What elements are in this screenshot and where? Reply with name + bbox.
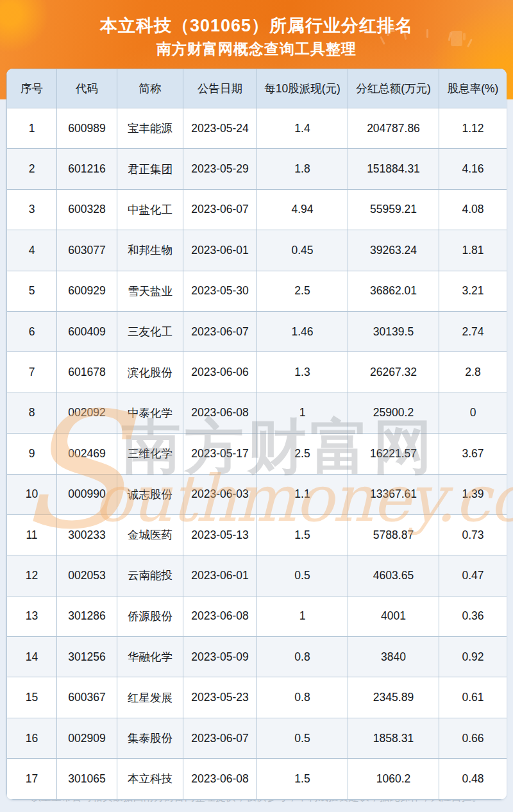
table-cell: 诚志股份: [117, 474, 183, 514]
table-cell: 本立科技: [117, 759, 183, 799]
table-cell: 13: [7, 596, 57, 636]
table-cell: 000990: [57, 474, 117, 514]
table-cell: 0.36: [439, 596, 507, 636]
table-cell: 300233: [57, 514, 117, 555]
table-cell: 1858.31: [348, 718, 439, 758]
column-header: 每10股派现(元): [257, 69, 348, 108]
table-cell: 集泰股份: [117, 718, 183, 758]
table-row: 6600409三友化工2023-06-071.4630139.52.74: [7, 311, 507, 351]
table-body: 1600989宝丰能源2023-05-241.4204787.861.12260…: [7, 108, 507, 800]
table-cell: 2023-06-06: [183, 352, 257, 393]
table-cell: 0.61: [439, 677, 507, 718]
table-cell: 13367.61: [348, 474, 439, 514]
table-cell: 3: [7, 189, 57, 230]
table-cell: 0.8: [257, 637, 348, 677]
table-cell: 红星发展: [117, 677, 183, 718]
table-cell: 2.5: [257, 271, 348, 311]
table-cell: 1.1: [257, 474, 348, 514]
table-cell: 2023-06-08: [183, 596, 257, 636]
table-cell: 600367: [57, 677, 117, 718]
table-cell: 2023-05-13: [183, 514, 257, 555]
table-cell: 雪天盐业: [117, 271, 183, 311]
table-row: 15600367红星发展2023-05-230.82345.890.61: [7, 677, 507, 718]
table-cell: 2023-05-24: [183, 108, 257, 149]
table-row: 10000990诚志股份2023-06-031.113367.611.39: [7, 474, 507, 514]
table-cell: 1.12: [439, 108, 507, 149]
table-cell: 7: [7, 352, 57, 393]
table-row: 3600328中盐化工2023-06-074.9455959.214.08: [7, 189, 507, 230]
table-row: 9002469三维化学2023-05-172.516221.573.67: [7, 434, 507, 474]
table-cell: 4: [7, 230, 57, 271]
table-cell: 1.4: [257, 108, 348, 149]
column-header: 分红总额(万元): [348, 69, 439, 108]
table-row: 16002909集泰股份2023-06-070.51858.310.66: [7, 718, 507, 758]
table-cell: 55959.21: [348, 189, 439, 230]
table-cell: 601216: [57, 149, 117, 189]
table-cell: 侨源股份: [117, 596, 183, 636]
table-cell: 10: [7, 474, 57, 514]
table-cell: 2023-05-23: [183, 677, 257, 718]
table-cell: 0.66: [439, 718, 507, 758]
table-cell: 2.8: [439, 352, 507, 393]
column-header: 代码: [57, 69, 117, 108]
table-cell: 2023-05-30: [183, 271, 257, 311]
table-cell: 0: [439, 393, 507, 433]
table-cell: 603077: [57, 230, 117, 271]
table-cell: 2345.89: [348, 677, 439, 718]
table-cell: 5: [7, 271, 57, 311]
table-cell: 14: [7, 637, 57, 677]
table-cell: 301286: [57, 596, 117, 636]
table-cell: 39263.24: [348, 230, 439, 271]
table-header-row: 序号代码简称公告日期每10股派现(元)分红总额(万元)股息率(%): [7, 69, 507, 108]
table-cell: 4603.65: [348, 555, 439, 596]
table-cell: 8: [7, 393, 57, 433]
table-cell: 600989: [57, 108, 117, 149]
table-cell: 2: [7, 149, 57, 189]
table-row: 11300233金城医药2023-05-131.55788.870.73: [7, 514, 507, 555]
table-cell: 2023-06-01: [183, 555, 257, 596]
table-cell: 15: [7, 677, 57, 718]
table-cell: 3840: [348, 637, 439, 677]
table-cell: 云南能投: [117, 555, 183, 596]
table-cell: 1060.2: [348, 759, 439, 799]
table-cell: 0.47: [439, 555, 507, 596]
table-row: 8002092中泰化学2023-06-08125900.20: [7, 393, 507, 433]
dividend-table-card: 序号代码简称公告日期每10股派现(元)分红总额(万元)股息率(%) 160098…: [6, 69, 507, 800]
table-cell: 204787.86: [348, 108, 439, 149]
table-cell: 1.3: [257, 352, 348, 393]
table-cell: 002909: [57, 718, 117, 758]
table-cell: 0.73: [439, 514, 507, 555]
table-cell: 1.5: [257, 759, 348, 799]
table-cell: 2023-06-01: [183, 230, 257, 271]
table-cell: 12: [7, 555, 57, 596]
table-cell: 4.94: [257, 189, 348, 230]
table-cell: 1: [7, 108, 57, 149]
table-cell: 2023-06-07: [183, 311, 257, 351]
table-cell: 0.8: [257, 677, 348, 718]
table-row: 12002053云南能投2023-06-010.54603.650.47: [7, 555, 507, 596]
table-cell: 2.5: [257, 434, 348, 474]
table-row: 5600929雪天盐业2023-05-302.536862.013.21: [7, 271, 507, 311]
table-cell: 0.48: [439, 759, 507, 799]
table-cell: 滨化股份: [117, 352, 183, 393]
page-title: 本立科技（301065）所属行业分红排名: [0, 15, 513, 36]
table-cell: 2023-06-07: [183, 718, 257, 758]
table-cell: 301256: [57, 637, 117, 677]
table-cell: 151884.31: [348, 149, 439, 189]
table-cell: 2023-06-03: [183, 474, 257, 514]
table-cell: 11: [7, 514, 57, 555]
table-cell: 2.74: [439, 311, 507, 351]
table-row: 1600989宝丰能源2023-05-241.4204787.861.12: [7, 108, 507, 149]
table-cell: 3.67: [439, 434, 507, 474]
table-cell: 4001: [348, 596, 439, 636]
table-cell: 0.92: [439, 637, 507, 677]
table-cell: 30139.5: [348, 311, 439, 351]
table-cell: 1.39: [439, 474, 507, 514]
table-cell: 16221.57: [348, 434, 439, 474]
table-cell: 5788.87: [348, 514, 439, 555]
table-cell: 中泰化学: [117, 393, 183, 433]
table-cell: 华融化学: [117, 637, 183, 677]
table-cell: 和邦生物: [117, 230, 183, 271]
table-cell: 2023-05-17: [183, 434, 257, 474]
table-cell: 36862.01: [348, 271, 439, 311]
